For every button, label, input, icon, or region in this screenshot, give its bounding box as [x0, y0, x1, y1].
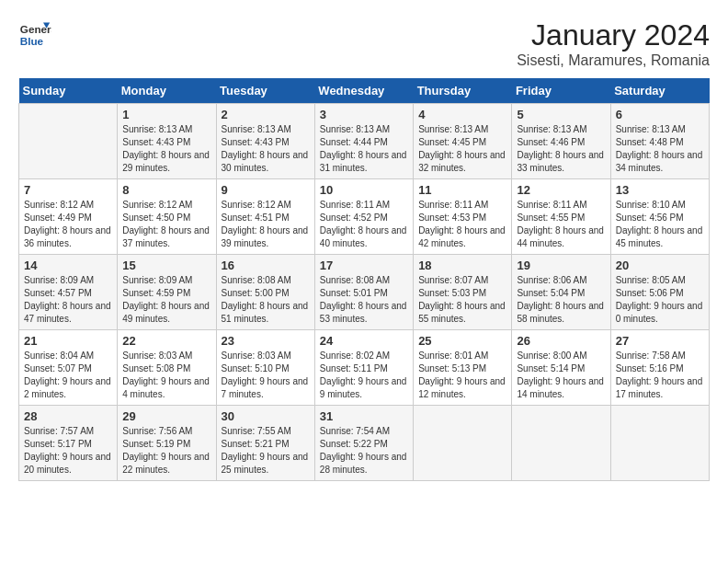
calendar-cell: 28Sunrise: 7:57 AMSunset: 5:17 PMDayligh…	[19, 406, 118, 481]
day-info: Sunrise: 8:04 AMSunset: 5:07 PMDaylight:…	[24, 350, 112, 401]
calendar-cell: 22Sunrise: 8:03 AMSunset: 5:08 PMDayligh…	[118, 330, 216, 406]
day-info: Sunrise: 8:11 AMSunset: 4:53 PMDaylight:…	[418, 199, 506, 250]
day-number: 17	[320, 259, 408, 272]
day-info: Sunrise: 7:57 AMSunset: 5:17 PMDaylight:…	[24, 425, 112, 477]
calendar-cell: 6Sunrise: 8:13 AMSunset: 4:48 PMDaylight…	[610, 104, 709, 179]
calendar-cell: 14Sunrise: 8:09 AMSunset: 4:57 PMDayligh…	[19, 255, 118, 330]
day-number: 27	[616, 334, 704, 348]
day-info: Sunrise: 8:05 AMSunset: 5:06 PMDaylight:…	[616, 274, 704, 326]
calendar-cell: 23Sunrise: 8:03 AMSunset: 5:10 PMDayligh…	[216, 330, 314, 406]
day-info: Sunrise: 8:13 AMSunset: 4:43 PMDaylight:…	[122, 123, 210, 175]
day-info: Sunrise: 8:08 AMSunset: 5:00 PMDaylight:…	[222, 274, 310, 326]
day-info: Sunrise: 8:00 AMSunset: 5:14 PMDaylight:…	[517, 350, 605, 401]
day-number: 21	[24, 334, 112, 348]
col-monday: Monday	[118, 78, 216, 104]
day-info: Sunrise: 8:13 AMSunset: 4:45 PMDaylight:…	[418, 123, 506, 175]
day-number: 2	[222, 108, 310, 121]
day-info: Sunrise: 7:58 AMSunset: 5:16 PMDaylight:…	[616, 350, 704, 401]
day-info: Sunrise: 8:03 AMSunset: 5:10 PMDaylight:…	[222, 350, 310, 401]
day-info: Sunrise: 8:13 AMSunset: 4:44 PMDaylight:…	[320, 123, 408, 175]
day-info: Sunrise: 8:13 AMSunset: 4:48 PMDaylight:…	[616, 123, 704, 175]
calendar-week-1: 7Sunrise: 8:12 AMSunset: 4:49 PMDaylight…	[19, 179, 710, 255]
day-number: 25	[418, 334, 506, 348]
calendar-cell: 4Sunrise: 8:13 AMSunset: 4:45 PMDaylight…	[414, 104, 512, 179]
day-info: Sunrise: 8:01 AMSunset: 5:13 PMDaylight:…	[418, 350, 506, 401]
calendar-cell: 3Sunrise: 8:13 AMSunset: 4:44 PMDaylight…	[314, 104, 413, 179]
day-info: Sunrise: 8:09 AMSunset: 4:59 PMDaylight:…	[122, 274, 210, 326]
calendar-cell: 18Sunrise: 8:07 AMSunset: 5:03 PMDayligh…	[414, 255, 512, 330]
calendar-week-2: 14Sunrise: 8:09 AMSunset: 4:57 PMDayligh…	[19, 255, 710, 330]
calendar-cell: 7Sunrise: 8:12 AMSunset: 4:49 PMDaylight…	[19, 179, 118, 255]
title-area: January 2024 Sisesti, Maramures, Romania	[517, 18, 710, 69]
col-thursday: Thursday	[414, 78, 512, 104]
day-number: 22	[122, 334, 210, 348]
day-number: 24	[320, 334, 408, 348]
day-number: 30	[222, 409, 310, 423]
col-sunday: Sunday	[19, 78, 118, 104]
calendar-cell	[512, 406, 610, 481]
day-number: 10	[320, 183, 408, 197]
header-row: Sunday Monday Tuesday Wednesday Thursday…	[19, 78, 710, 104]
calendar-cell: 11Sunrise: 8:11 AMSunset: 4:53 PMDayligh…	[414, 179, 512, 255]
calendar-cell: 29Sunrise: 7:56 AMSunset: 5:19 PMDayligh…	[118, 406, 216, 481]
day-number: 9	[222, 183, 310, 197]
day-number: 15	[122, 259, 210, 272]
location-title: Sisesti, Maramures, Romania	[517, 52, 710, 69]
calendar-cell: 25Sunrise: 8:01 AMSunset: 5:13 PMDayligh…	[414, 330, 512, 406]
day-number: 12	[517, 183, 605, 197]
calendar-cell: 20Sunrise: 8:05 AMSunset: 5:06 PMDayligh…	[610, 255, 709, 330]
day-info: Sunrise: 8:02 AMSunset: 5:11 PMDaylight:…	[320, 350, 408, 401]
day-number: 16	[222, 259, 310, 272]
day-number: 3	[320, 108, 408, 121]
calendar-cell	[414, 406, 512, 481]
logo: General Blue	[18, 18, 51, 52]
day-number: 31	[320, 409, 408, 423]
day-info: Sunrise: 8:13 AMSunset: 4:43 PMDaylight:…	[222, 123, 310, 175]
calendar-cell: 5Sunrise: 8:13 AMSunset: 4:46 PMDaylight…	[512, 104, 610, 179]
calendar-cell: 16Sunrise: 8:08 AMSunset: 5:00 PMDayligh…	[216, 255, 314, 330]
calendar-cell	[19, 104, 118, 179]
col-wednesday: Wednesday	[314, 78, 413, 104]
day-info: Sunrise: 8:11 AMSunset: 4:55 PMDaylight:…	[517, 199, 605, 250]
calendar-week-0: 1Sunrise: 8:13 AMSunset: 4:43 PMDaylight…	[19, 104, 710, 179]
calendar-cell: 8Sunrise: 8:12 AMSunset: 4:50 PMDaylight…	[118, 179, 216, 255]
day-number: 23	[222, 334, 310, 348]
calendar-week-3: 21Sunrise: 8:04 AMSunset: 5:07 PMDayligh…	[19, 330, 710, 406]
day-number: 6	[616, 108, 704, 121]
day-info: Sunrise: 8:13 AMSunset: 4:46 PMDaylight:…	[517, 123, 605, 175]
day-number: 1	[122, 108, 210, 121]
day-info: Sunrise: 8:10 AMSunset: 4:56 PMDaylight:…	[616, 199, 704, 250]
calendar-cell: 12Sunrise: 8:11 AMSunset: 4:55 PMDayligh…	[512, 179, 610, 255]
day-number: 11	[418, 183, 506, 197]
day-info: Sunrise: 8:11 AMSunset: 4:52 PMDaylight:…	[320, 199, 408, 250]
day-number: 4	[418, 108, 506, 121]
day-info: Sunrise: 8:08 AMSunset: 5:01 PMDaylight:…	[320, 274, 408, 326]
day-number: 7	[24, 183, 112, 197]
col-tuesday: Tuesday	[216, 78, 314, 104]
day-number: 18	[418, 259, 506, 272]
day-info: Sunrise: 8:06 AMSunset: 5:04 PMDaylight:…	[517, 274, 605, 326]
day-info: Sunrise: 8:12 AMSunset: 4:50 PMDaylight:…	[122, 199, 210, 250]
calendar-cell: 26Sunrise: 8:00 AMSunset: 5:14 PMDayligh…	[512, 330, 610, 406]
day-info: Sunrise: 7:55 AMSunset: 5:21 PMDaylight:…	[222, 425, 310, 477]
day-number: 26	[517, 334, 605, 348]
day-number: 19	[517, 259, 605, 272]
day-info: Sunrise: 8:12 AMSunset: 4:49 PMDaylight:…	[24, 199, 112, 250]
calendar-cell: 19Sunrise: 8:06 AMSunset: 5:04 PMDayligh…	[512, 255, 610, 330]
calendar-week-4: 28Sunrise: 7:57 AMSunset: 5:17 PMDayligh…	[19, 406, 710, 481]
calendar-cell: 13Sunrise: 8:10 AMSunset: 4:56 PMDayligh…	[610, 179, 709, 255]
calendar-cell	[610, 406, 709, 481]
day-number: 8	[122, 183, 210, 197]
svg-text:Blue: Blue	[20, 35, 44, 47]
day-number: 5	[517, 108, 605, 121]
day-info: Sunrise: 8:12 AMSunset: 4:51 PMDaylight:…	[222, 199, 310, 250]
calendar-table: Sunday Monday Tuesday Wednesday Thursday…	[18, 78, 710, 481]
day-info: Sunrise: 8:03 AMSunset: 5:08 PMDaylight:…	[122, 350, 210, 401]
day-info: Sunrise: 7:54 AMSunset: 5:22 PMDaylight:…	[320, 425, 408, 477]
calendar-cell: 2Sunrise: 8:13 AMSunset: 4:43 PMDaylight…	[216, 104, 314, 179]
calendar-cell: 15Sunrise: 8:09 AMSunset: 4:59 PMDayligh…	[118, 255, 216, 330]
calendar-cell: 31Sunrise: 7:54 AMSunset: 5:22 PMDayligh…	[314, 406, 413, 481]
calendar-cell: 1Sunrise: 8:13 AMSunset: 4:43 PMDaylight…	[118, 104, 216, 179]
day-info: Sunrise: 8:09 AMSunset: 4:57 PMDaylight:…	[24, 274, 112, 326]
calendar-cell: 10Sunrise: 8:11 AMSunset: 4:52 PMDayligh…	[314, 179, 413, 255]
